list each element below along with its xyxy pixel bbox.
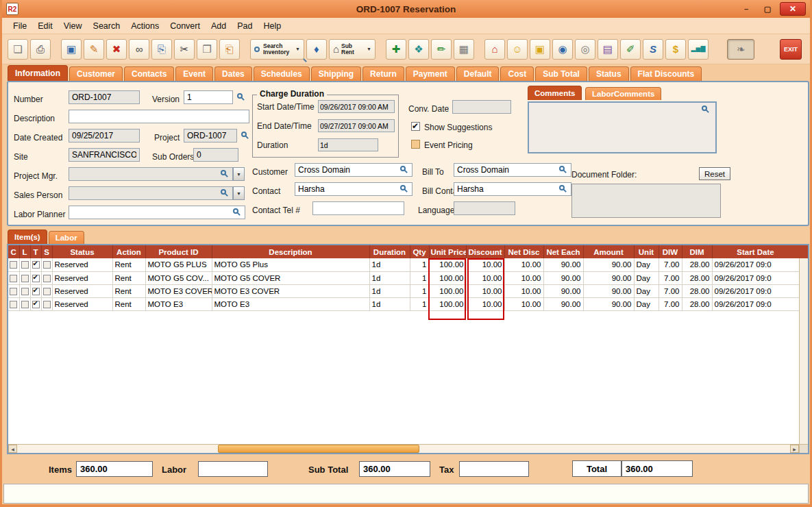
menu-add[interactable]: Add bbox=[206, 20, 232, 32]
books-button[interactable]: ▤ bbox=[598, 39, 618, 60]
gift-button[interactable]: ▣ bbox=[530, 39, 550, 60]
search-icon[interactable] bbox=[559, 185, 565, 190]
labor-total-field[interactable] bbox=[198, 461, 268, 477]
total-field[interactable] bbox=[622, 460, 693, 477]
date-created-field[interactable] bbox=[69, 129, 140, 143]
col-unit-price[interactable]: Unit Price bbox=[429, 245, 466, 258]
col-net-disc[interactable]: Net Disc bbox=[504, 245, 543, 258]
smiley-button[interactable]: ☺ bbox=[507, 39, 528, 60]
tab-default[interactable]: Default bbox=[456, 66, 500, 81]
contact-field[interactable] bbox=[295, 182, 413, 196]
row-checkbox-s[interactable] bbox=[43, 301, 51, 308]
export-button[interactable]: S bbox=[643, 39, 663, 60]
edit-note-button[interactable]: ✏ bbox=[431, 39, 452, 60]
col-duration[interactable]: Duration bbox=[369, 245, 410, 258]
close-button[interactable]: ✕ bbox=[780, 2, 806, 16]
reset-button[interactable]: Reset bbox=[699, 167, 730, 180]
search-icon[interactable] bbox=[221, 170, 226, 175]
tab-items[interactable]: Item(s) bbox=[8, 230, 47, 244]
tab-cost[interactable]: Cost bbox=[500, 66, 534, 81]
comments-box[interactable] bbox=[528, 101, 717, 153]
col-s[interactable]: S bbox=[41, 245, 52, 258]
conv-date-field[interactable] bbox=[452, 100, 511, 114]
search-icon[interactable] bbox=[400, 185, 406, 190]
col-diw[interactable]: DIW bbox=[659, 245, 682, 258]
project-mgr-dropdown[interactable]: ▼ bbox=[233, 167, 245, 181]
bill-contact-field[interactable] bbox=[454, 182, 571, 196]
droplet-button[interactable]: ♦ bbox=[306, 39, 327, 60]
search-icon[interactable] bbox=[400, 166, 406, 171]
end-datetime-field[interactable] bbox=[318, 119, 395, 132]
show-suggestions-checkbox[interactable]: ✔ bbox=[411, 122, 420, 131]
col-net-each[interactable]: Net Each bbox=[543, 245, 583, 258]
feather-button[interactable]: ❧ bbox=[727, 39, 754, 60]
globe-button[interactable]: ◉ bbox=[552, 39, 573, 60]
edit-button[interactable]: ✎ bbox=[84, 39, 104, 60]
chart-button[interactable]: ▂▅▇ bbox=[688, 39, 709, 60]
tab-status[interactable]: Status bbox=[589, 66, 629, 81]
menu-file[interactable]: File bbox=[8, 20, 32, 32]
menu-convert[interactable]: Convert bbox=[164, 20, 206, 32]
sales-person-dropdown[interactable]: ▼ bbox=[233, 186, 245, 200]
row-checkbox-c[interactable] bbox=[10, 261, 17, 269]
row-checkbox-s[interactable] bbox=[43, 288, 51, 295]
disc-button[interactable]: ◎ bbox=[575, 39, 595, 60]
row-checkbox-s[interactable] bbox=[43, 261, 51, 269]
duration-field[interactable] bbox=[318, 138, 378, 151]
col-start-date[interactable]: Start Date bbox=[712, 245, 799, 258]
event-pricing-checkbox[interactable] bbox=[411, 140, 420, 149]
description-field[interactable] bbox=[69, 110, 249, 123]
tab-comments[interactable]: Comments bbox=[528, 86, 582, 100]
col-qty[interactable]: Qty bbox=[410, 245, 429, 258]
row-checkbox-t[interactable]: ✔ bbox=[32, 301, 40, 308]
tab-return[interactable]: Return bbox=[362, 66, 404, 81]
row-checkbox-t[interactable]: ✔ bbox=[32, 288, 40, 295]
search-inventory-button[interactable]: Search Inventory ▼ bbox=[250, 39, 304, 60]
paste-button[interactable]: ⎗ bbox=[219, 39, 240, 60]
customer-field[interactable] bbox=[295, 163, 413, 177]
col-amount[interactable]: Amount bbox=[583, 245, 634, 258]
kit-button[interactable]: ❖ bbox=[408, 39, 429, 60]
tab-customer[interactable]: Customer bbox=[69, 66, 123, 81]
scroll-right-button[interactable]: ▶ bbox=[790, 445, 799, 453]
row-checkbox-l[interactable] bbox=[21, 275, 29, 282]
scrollbar-thumb[interactable] bbox=[218, 445, 419, 453]
search-icon[interactable] bbox=[241, 132, 247, 137]
find-button[interactable]: ∞ bbox=[129, 39, 149, 60]
contact-tel-field[interactable] bbox=[312, 201, 404, 215]
scrollbar-track[interactable] bbox=[17, 445, 790, 453]
row-checkbox-s[interactable] bbox=[43, 275, 51, 282]
search-icon[interactable] bbox=[233, 208, 238, 214]
tab-labor[interactable]: Labor bbox=[49, 231, 84, 244]
project-field[interactable] bbox=[184, 129, 237, 143]
col-c[interactable]: C bbox=[8, 245, 19, 258]
menu-pad[interactable]: Pad bbox=[232, 20, 258, 32]
sub-rent-button[interactable]: ⌂ Sub Rent ▼ bbox=[329, 39, 376, 60]
scroll-left-button[interactable]: ◀ bbox=[8, 445, 17, 453]
row-checkbox-l[interactable] bbox=[21, 288, 29, 295]
tab-dates[interactable]: Dates bbox=[214, 66, 252, 81]
bill-to-field[interactable] bbox=[454, 163, 571, 177]
maximize-button[interactable]: ▢ bbox=[759, 3, 776, 15]
tab-contacts[interactable]: Contacts bbox=[124, 66, 174, 81]
row-checkbox-t[interactable]: ✔ bbox=[32, 275, 40, 282]
vertical-scrollbar[interactable] bbox=[799, 258, 808, 444]
row-checkbox-c[interactable] bbox=[10, 275, 17, 282]
language-field[interactable] bbox=[454, 201, 515, 215]
sub-orders-field[interactable] bbox=[193, 148, 238, 162]
col-l[interactable]: L bbox=[19, 245, 30, 258]
row-checkbox-l[interactable] bbox=[21, 301, 29, 308]
site-field[interactable] bbox=[69, 148, 140, 162]
exit-button[interactable]: EXIT bbox=[780, 39, 802, 60]
col-action[interactable]: Action bbox=[112, 245, 145, 258]
title-bar[interactable]: R2 ORD-1007 Reservation – ▢ ✕ bbox=[2, 0, 810, 18]
sales-person-field[interactable] bbox=[69, 186, 233, 200]
table-row[interactable]: ✔ Reserved Rent MOTO E3 MOTO E3 1d 1 100… bbox=[8, 297, 799, 310]
number-field[interactable] bbox=[69, 90, 140, 104]
tab-information[interactable]: Information bbox=[8, 65, 68, 81]
tab-payment[interactable]: Payment bbox=[406, 66, 455, 81]
search-icon[interactable] bbox=[559, 166, 565, 171]
search-icon[interactable] bbox=[702, 106, 707, 111]
project-mgr-field[interactable] bbox=[69, 167, 233, 181]
menu-search[interactable]: Search bbox=[88, 20, 126, 32]
